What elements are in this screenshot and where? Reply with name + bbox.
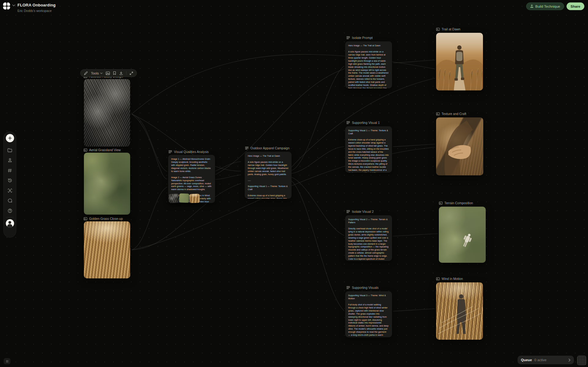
workspace-name: Eric Dodds's workspace (17, 9, 52, 13)
image-node-icon (439, 201, 443, 205)
text-node-supporting-visual-1[interactable]: Supporting Visual 1 — Theme: Texture & C… (345, 126, 392, 173)
node-title-text: Visual Qualities Analysis (174, 150, 209, 154)
image-node-golden-grass[interactable] (84, 221, 130, 278)
expand-icon[interactable] (130, 71, 133, 75)
node-header-visual-qualities[interactable]: Visual Qualities Analysis (168, 150, 209, 154)
node-label-texture-and-craft[interactable]: Texture and Craft (436, 112, 466, 116)
node-label-text: Golden Grass Close-up (89, 217, 123, 220)
text-node-icon (346, 210, 350, 213)
hash-icon (8, 168, 12, 173)
image-node-aerial-grassland[interactable] (84, 153, 130, 215)
folder-icon (7, 148, 12, 152)
build-technique-icon (530, 5, 533, 8)
workspace-chevron-icon[interactable] (12, 4, 15, 6)
node-label-text: Wind in Motion (442, 277, 463, 281)
node-title-text: Isolate Prompt (352, 36, 373, 40)
image-node-icon (436, 28, 440, 31)
image-node-icon (84, 148, 87, 152)
image-node-wind-in-motion[interactable] (436, 282, 483, 340)
node-label-trail-at-dawn[interactable]: Trail at Dawn (436, 27, 460, 31)
node-label-golden-grass[interactable]: Golden Grass Close-up (84, 217, 123, 220)
download-icon[interactable] (119, 71, 123, 75)
image-node-terrain-composition[interactable] (439, 207, 486, 263)
node-title-text: Outdoor Apparel Campaign (251, 146, 289, 150)
sidebar-item-chat[interactable] (6, 196, 14, 206)
sidebar-item-face-capture[interactable] (6, 185, 14, 196)
image-node-icon (436, 112, 440, 116)
build-technique-button[interactable]: Build Technique (526, 2, 564, 10)
node-header-supporting-visual-1[interactable]: Supporting Visual 1 (346, 121, 380, 124)
bookmark-icon[interactable] (113, 71, 116, 75)
image-node-icon (84, 217, 87, 220)
build-technique-label: Build Technique (535, 5, 560, 8)
dots-grid-icon (6, 360, 9, 363)
text-node-isolate-prompt[interactable]: Hero Image — The Trail at Dawn A solo fi… (345, 41, 392, 88)
text-node-isolate-visual-2[interactable]: Supporting Visual 2 — Theme: Terrain & P… (345, 215, 392, 261)
text-node-supporting-visuals[interactable]: Supporting Visual 3 — Theme: Wind & Moti… (345, 291, 392, 337)
node-title-text: Supporting Visual 1 (352, 121, 380, 124)
queue-chevron-icon (568, 358, 571, 362)
tool-sidebar (3, 132, 16, 238)
selection-toolbar: Tools (80, 69, 137, 77)
image-node-abstract-fluidity[interactable] (84, 79, 130, 147)
user-avatar[interactable] (6, 219, 14, 227)
sidebar-item-techniques[interactable] (6, 155, 14, 165)
toolbar-divider (126, 71, 126, 75)
tools-dropdown[interactable]: Tools (91, 71, 103, 75)
person-marker-icon (8, 158, 12, 162)
text-node-icon (346, 286, 350, 289)
tools-label: Tools (91, 71, 99, 75)
minimap-button[interactable] (577, 355, 586, 365)
node-label-text: Terrain Composition (444, 201, 473, 205)
node-header-isolate-prompt[interactable]: Isolate Prompt (346, 36, 373, 40)
queue-status: 0 active (534, 358, 566, 362)
share-button[interactable]: Share (567, 2, 584, 10)
node-label-text: Trail at Dawn (442, 27, 460, 31)
text-node-outdoor-apparel[interactable]: Hero Image — The Trail at Dawn A solo fi… (245, 152, 292, 199)
sidebar-divider (6, 217, 14, 217)
text-node-icon (168, 150, 172, 153)
node-header-isolate-visual-2[interactable]: Isolate Visual 2 (346, 210, 374, 213)
image-node-trail-at-dawn[interactable] (436, 33, 483, 90)
image-node-texture-and-craft[interactable] (436, 117, 483, 175)
help-icon (8, 208, 12, 213)
node-header-outdoor-apparel[interactable]: Outdoor Apparel Campaign (245, 146, 289, 150)
node-title-text: Supporting Visuals (352, 286, 379, 289)
queue-bar[interactable]: Queue 0 active (518, 356, 574, 364)
thumbnail-amber[interactable] (189, 193, 200, 203)
node-title-text: Isolate Visual 2 (352, 210, 374, 213)
sidebar-item-history[interactable] (6, 175, 14, 185)
text-node-icon (346, 36, 350, 39)
node-label-aerial-grassland[interactable]: Aerial Grassland View (84, 148, 121, 152)
sidebar-item-files[interactable] (6, 145, 14, 155)
node-header-supporting-visuals[interactable]: Supporting Visuals (346, 286, 379, 289)
add-node-button[interactable] (6, 134, 14, 142)
history-icon (8, 178, 12, 183)
node-label-terrain-composition[interactable]: Terrain Composition (439, 201, 473, 205)
thumbnail-abstract[interactable] (168, 193, 179, 203)
node-label-wind-in-motion[interactable]: Wind in Motion (436, 277, 463, 281)
image-node-icon (436, 277, 440, 281)
tools-chevron-icon (100, 72, 103, 74)
sidebar-item-help[interactable] (6, 206, 14, 216)
edit-pencil-icon[interactable] (84, 71, 88, 75)
thumbnail-moss[interactable] (179, 193, 189, 203)
project-title: FLORA Onboarding (17, 3, 56, 7)
app-header: FLORA Onboarding Eric Dodds's workspace … (0, 0, 588, 17)
sidebar-item-channels[interactable] (6, 165, 14, 175)
text-node-icon (346, 121, 350, 124)
image-tool-icon[interactable] (106, 71, 110, 75)
flora-logo[interactable] (3, 2, 10, 10)
node-label-text: Texture and Craft (442, 112, 466, 116)
node-label-text: Aerial Grassland View (89, 148, 121, 152)
chat-icon (8, 198, 12, 203)
text-node-icon (245, 147, 249, 150)
face-scan-icon (8, 188, 12, 193)
plus-icon (8, 136, 12, 140)
queue-label: Queue (521, 358, 532, 362)
canvas-grid-toggle-button[interactable] (4, 358, 10, 364)
